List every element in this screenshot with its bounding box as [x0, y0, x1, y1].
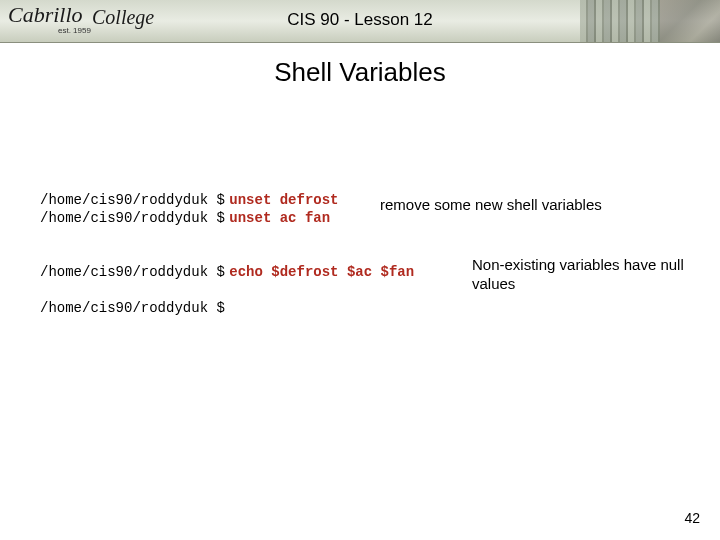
- course-title: CIS 90 - Lesson 12: [0, 10, 720, 30]
- page-number: 42: [684, 510, 700, 526]
- annotation-null-values: Non-existing variables have null values: [472, 256, 692, 294]
- command-unset-defrost: unset defrost: [229, 192, 338, 208]
- terminal-block-2: /home/cis90/roddyduk $ echo $defrost $ac…: [40, 262, 680, 280]
- terminal-block-1: /home/cis90/roddyduk $ unset defrost /ho…: [40, 190, 680, 226]
- shell-prompt: /home/cis90/roddyduk $: [40, 264, 225, 280]
- slide-heading: Shell Variables: [0, 57, 720, 88]
- command-echo-vars: echo $defrost $ac $fan: [229, 264, 414, 280]
- shell-prompt: /home/cis90/roddyduk $: [40, 192, 225, 208]
- slide-content: /home/cis90/roddyduk $ unset defrost /ho…: [40, 190, 680, 316]
- annotation-remove-vars: remove some new shell variables: [380, 196, 602, 213]
- command-unset-ac-fan: unset ac fan: [229, 210, 330, 226]
- slide-banner: Cabrillo College est. 1959 CIS 90 - Less…: [0, 0, 720, 43]
- terminal-block-3: /home/cis90/roddyduk $: [40, 298, 680, 316]
- shell-prompt: /home/cis90/roddyduk $: [40, 210, 225, 226]
- shell-prompt: /home/cis90/roddyduk $: [40, 300, 225, 316]
